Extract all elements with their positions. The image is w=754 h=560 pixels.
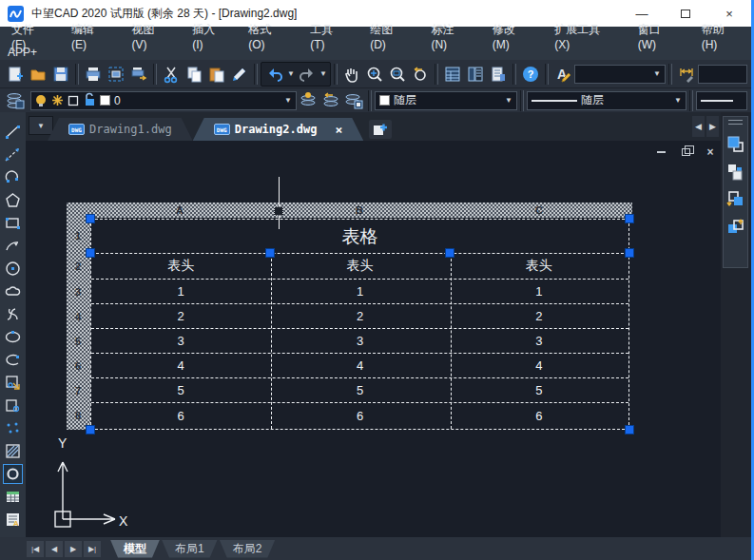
table-cell[interactable]: 2: [270, 304, 449, 328]
table-cell[interactable]: 6: [270, 403, 449, 428]
doc-tab-drawing1[interactable]: DWG Drawing1.dwg: [48, 118, 193, 141]
table-cell[interactable]: 3: [270, 329, 449, 353]
grip-bottom-left[interactable]: [86, 425, 95, 434]
cad-table[interactable]: 表格 表头 表头 表头 1 1 1 2 2 2 3 3 3: [90, 219, 629, 430]
menu-tools[interactable]: 工具(T): [299, 22, 358, 51]
toolbar-grip-handle[interactable]: [728, 120, 743, 125]
print-button[interactable]: [82, 63, 105, 86]
header-cell[interactable]: 表头: [91, 254, 270, 279]
design-center-button[interactable]: [464, 63, 487, 86]
table-cell[interactable]: 4: [450, 354, 628, 377]
table-row[interactable]: 4 4 4: [91, 354, 628, 378]
open-file-button[interactable]: [27, 63, 49, 86]
spline-tool[interactable]: [3, 304, 23, 324]
table-cell[interactable]: 2: [450, 304, 628, 328]
new-file-button[interactable]: [4, 63, 27, 86]
layer-properties-button[interactable]: [4, 89, 27, 112]
menu-view[interactable]: 视图(V): [121, 22, 182, 51]
redo-button[interactable]: [296, 63, 319, 86]
mdi-minimize-button[interactable]: [653, 145, 668, 159]
grip-bottom-right[interactable]: [625, 425, 634, 434]
ellipse-arc-tool[interactable]: [3, 350, 23, 370]
paste-button[interactable]: [205, 63, 228, 86]
layout-first-button[interactable]: |◀: [27, 541, 44, 557]
menu-window[interactable]: 窗口(W): [627, 22, 690, 51]
tab-close-button[interactable]: ×: [335, 123, 342, 137]
menu-insert[interactable]: 插入(I): [181, 22, 237, 51]
table-row[interactable]: 3 3 3: [91, 329, 628, 354]
make-block-tool[interactable]: [3, 396, 23, 415]
table-row[interactable]: 1 1 1: [91, 280, 628, 304]
layer-states-button[interactable]: [342, 89, 365, 112]
sheet-set-manager-button[interactable]: [487, 63, 510, 86]
pan-button[interactable]: [340, 63, 363, 86]
table-cell[interactable]: 5: [450, 378, 628, 402]
menu-help[interactable]: 帮助(H): [690, 22, 751, 51]
grip-top-right[interactable]: [625, 214, 634, 223]
table-cell[interactable]: 4: [91, 354, 270, 377]
zoom-window-button[interactable]: [386, 63, 409, 86]
table-header-row[interactable]: 表头 表头 表头: [91, 254, 628, 280]
new-tab-button[interactable]: [369, 120, 392, 139]
table-row[interactable]: 6 6 6: [91, 403, 628, 428]
menu-edit[interactable]: 编辑(E): [60, 22, 121, 51]
redo-dropdown-button[interactable]: ▼: [319, 69, 328, 78]
print-preview-button[interactable]: [105, 63, 127, 86]
table-title-row[interactable]: 表格: [91, 220, 628, 254]
table-cell[interactable]: 3: [91, 329, 270, 353]
polyline-tool[interactable]: [3, 167, 23, 187]
hatch-tool[interactable]: [3, 441, 23, 461]
layer-make-current-button[interactable]: [297, 89, 319, 112]
arc-tool[interactable]: [3, 236, 23, 256]
grip-title-right[interactable]: [625, 248, 634, 258]
region-tool[interactable]: [3, 464, 23, 484]
insert-block-tool[interactable]: [3, 373, 23, 393]
table-cell[interactable]: 4: [270, 354, 449, 377]
text-style-combobox[interactable]: ▼: [574, 65, 666, 84]
rectangle-tool[interactable]: [3, 213, 23, 233]
tab-model[interactable]: 模型: [110, 540, 160, 558]
tab-list-dropdown-button[interactable]: ▼: [29, 116, 53, 135]
grip-top-left[interactable]: [86, 214, 95, 223]
menu-dimension[interactable]: 标注(N): [419, 22, 480, 51]
match-properties-button[interactable]: [228, 63, 251, 86]
menu-draw[interactable]: 绘图(D): [358, 22, 419, 51]
layout-previous-button[interactable]: ◀: [46, 541, 63, 557]
table-cell[interactable]: 2: [91, 304, 270, 328]
layout-last-button[interactable]: ▶|: [84, 541, 101, 557]
table-cell[interactable]: 5: [91, 378, 270, 402]
plot-button[interactable]: [127, 63, 150, 86]
table-title-cell[interactable]: 表格: [91, 220, 628, 253]
tab-layout2[interactable]: 布局2: [220, 540, 276, 558]
doc-tab-drawing2[interactable]: DWG Drawing2.dwg ×: [193, 118, 364, 141]
grip-title-left[interactable]: [86, 248, 95, 258]
menu-modify[interactable]: 修改(M): [481, 22, 544, 51]
tab-scroll-left-button[interactable]: ◀: [692, 116, 705, 137]
mdi-restore-button[interactable]: [678, 145, 693, 159]
tab-layout1[interactable]: 布局1: [162, 540, 218, 558]
point-tool[interactable]: [3, 418, 23, 438]
undo-button[interactable]: [263, 63, 286, 86]
circle-tool[interactable]: [3, 259, 23, 279]
help-button[interactable]: ?: [519, 63, 542, 86]
zoom-realtime-button[interactable]: [363, 63, 386, 86]
line-tool[interactable]: [3, 122, 23, 142]
zoom-previous-button[interactable]: [409, 63, 432, 86]
mtext-tool[interactable]: A: [3, 510, 23, 530]
table-row[interactable]: 2 2 2: [91, 304, 628, 329]
table-cell[interactable]: 1: [270, 280, 449, 303]
header-cell[interactable]: 表头: [270, 254, 449, 279]
revision-cloud-tool[interactable]: [3, 281, 23, 301]
copy-button[interactable]: [183, 63, 205, 86]
color-combobox[interactable]: 随层 ▼: [375, 91, 517, 110]
construction-line-tool[interactable]: [3, 145, 23, 164]
text-style-icon[interactable]: A: [551, 63, 574, 86]
save-button[interactable]: [49, 63, 72, 86]
tab-scroll-right-button[interactable]: ▶: [706, 116, 719, 137]
menu-format[interactable]: 格式(O): [237, 22, 299, 51]
ellipse-tool[interactable]: [3, 327, 23, 347]
linetype-combobox[interactable]: 随层 ▼: [527, 91, 686, 110]
mdi-close-button[interactable]: ×: [703, 145, 718, 159]
table-tool[interactable]: [3, 487, 23, 507]
table-cell[interactable]: 3: [450, 329, 628, 353]
